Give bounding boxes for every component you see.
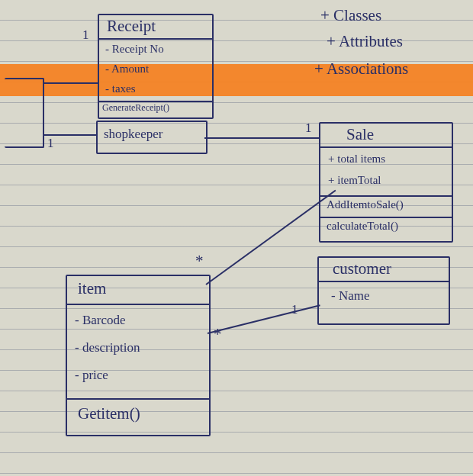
legend-classes: + Classes [320,6,381,25]
customer-title: customer [333,259,391,278]
sale-method-additem: AddItemtoSale() [327,198,404,211]
legend-attributes: + Attributes [327,32,403,51]
item-method-getitem: Getitem() [78,404,140,423]
sale-attr-itemtotal: + itemTotal [328,174,381,187]
class-item: item - Barcode - description - price Get… [66,275,211,436]
mult-item-star-side: * [214,325,222,344]
mult-sale-1: 1 [305,121,312,136]
receipt-attr-amount: - Amount [105,63,149,76]
item-attr-price: - price [75,368,108,383]
class-sale: Sale + total items + itemTotal AddItemto… [319,122,453,243]
sale-title: Sale [346,125,374,144]
receipt-attr-taxes: - taxes [105,82,136,95]
mult-shopkeeper-left-1: 1 [47,136,54,151]
mult-receipt-1: 1 [82,27,89,43]
assoc-stub-receipt [43,82,98,84]
class-customer: customer - Name [317,256,450,325]
customer-attr-name: - Name [331,288,370,304]
item-title: item [78,279,106,298]
sale-attr-totalitems: + total items [328,153,385,166]
mult-item-star-top: * [195,252,204,271]
offpage-class-stub [5,78,44,148]
mult-customer-1: 1 [291,302,298,317]
assoc-shopkeeper-sale [204,137,319,139]
item-attr-description: - description [75,340,140,355]
class-receipt: Receipt - Receipt No - Amount - taxes Ge… [98,14,214,119]
shopkeeper-title: shopkeeper [104,127,162,142]
uml-sketch-page: { "legend": { "l1": "+ Classes", "l2": "… [0,0,473,476]
receipt-title: Receipt [107,17,156,36]
item-attr-barcode: - Barcode [75,313,126,328]
sale-method-calctotal: calculateTotal() [327,220,398,233]
class-shopkeeper: shopkeeper [96,121,208,154]
legend-associations: + Associations [314,60,408,79]
receipt-method-generate: GenerateReceipt() [102,102,169,114]
receipt-attr-no: - Receipt No [105,43,164,56]
